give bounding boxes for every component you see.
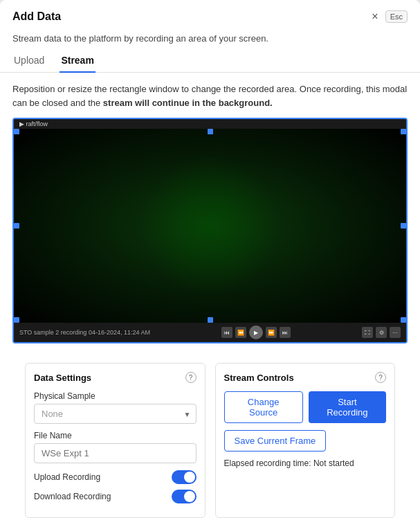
physical-sample-label: Physical Sample — [34, 391, 197, 401]
modal-body: Reposition or resize the rectangle windo… — [0, 73, 420, 518]
more-icon[interactable]: ⋯ — [390, 327, 401, 338]
description-text: Reposition or resize the rectangle windo… — [12, 82, 408, 109]
video-title-text: ▶ raft/flow — [19, 120, 48, 127]
video-timestamp-label: STO sample 2 recording 04-16-2024, 11:24… — [19, 329, 150, 336]
handle-mid-left[interactable] — [14, 223, 19, 229]
handle-bottom-right[interactable] — [401, 317, 406, 323]
add-data-modal: Add Data × Esc Stream data to the platfo… — [0, 0, 420, 518]
stream-controls-panel: Stream Controls ? Change Source Start Re… — [215, 363, 396, 518]
elapsed-recording-text: Elapsed recording time: Not started — [224, 458, 387, 468]
settings-icon[interactable]: ⚙ — [376, 327, 387, 338]
video-frame — [14, 129, 406, 323]
modal-subtitle: Stream data to the platform by recording… — [0, 30, 420, 51]
video-control-icons: ⏮ ⏪ ▶ ⏩ ⏭ — [154, 325, 358, 339]
video-controls-bar: STO sample 2 recording 04-16-2024, 11:24… — [14, 323, 406, 342]
esc-badge: Esc — [385, 10, 408, 23]
prev-icon[interactable]: ⏮ — [221, 327, 232, 338]
file-name-label: File Name — [34, 431, 197, 440]
stream-controls-header: Stream Controls ? — [224, 372, 387, 383]
description-bold: stream will continue in the background. — [103, 98, 273, 108]
physical-sample-select[interactable]: None — [34, 404, 197, 424]
forward-icon[interactable]: ⏩ — [266, 327, 277, 338]
file-name-input[interactable] — [34, 443, 197, 463]
handle-top-left[interactable] — [14, 129, 19, 134]
header-controls: × Esc — [369, 10, 408, 24]
handle-top-right[interactable] — [401, 129, 406, 134]
elapsed-value: Not started — [313, 458, 354, 468]
download-recording-toggle[interactable] — [172, 490, 197, 503]
video-glow — [141, 157, 280, 295]
video-container: ▶ raft/flow STO sample 2 recording 04-16… — [12, 118, 408, 343]
data-settings-header: Data Settings ? — [34, 372, 197, 383]
video-title-bar: ▶ raft/flow — [14, 119, 406, 129]
ctrl-right-icons: ⛶ ⚙ ⋯ — [362, 327, 401, 338]
next-icon[interactable]: ⏭ — [280, 327, 291, 338]
tab-stream[interactable]: Stream — [60, 51, 95, 73]
elapsed-label: Elapsed recording time: — [224, 458, 313, 468]
handle-bottom-mid[interactable] — [208, 317, 213, 323]
download-recording-label: Download Recording — [34, 492, 111, 501]
modal-header: Add Data × Esc — [0, 0, 420, 30]
start-recording-button[interactable]: Start Recording — [309, 391, 386, 423]
bottom-section: Data Settings ? Physical Sample None ▼ F… — [12, 353, 408, 518]
upload-recording-label: Upload Recording — [34, 472, 100, 482]
download-recording-row: Download Recording — [34, 490, 197, 503]
stream-controls-help-icon[interactable]: ? — [375, 372, 386, 383]
handle-mid-right[interactable] — [401, 223, 406, 229]
data-settings-help-icon[interactable]: ? — [185, 372, 197, 383]
upload-recording-toggle[interactable] — [172, 470, 197, 484]
rewind-icon[interactable]: ⏪ — [235, 327, 246, 338]
data-settings-panel: Data Settings ? Physical Sample None ▼ F… — [25, 363, 206, 518]
data-settings-title: Data Settings — [34, 373, 91, 383]
handle-top-mid[interactable] — [208, 129, 213, 134]
modal-title: Add Data — [12, 10, 61, 23]
change-source-button[interactable]: Change Source — [224, 391, 303, 423]
close-button[interactable]: × — [369, 10, 381, 24]
upload-recording-row: Upload Recording — [34, 470, 197, 484]
play-icon[interactable]: ▶ — [249, 325, 263, 339]
physical-sample-wrapper: None ▼ — [34, 404, 197, 424]
tab-upload[interactable]: Upload — [12, 51, 46, 73]
tabs: Upload Stream — [0, 51, 420, 73]
stream-controls-title: Stream Controls — [224, 373, 294, 383]
save-current-frame-button[interactable]: Save Current Frame — [224, 430, 327, 452]
fullscreen-icon[interactable]: ⛶ — [362, 327, 373, 338]
handle-bottom-left[interactable] — [14, 317, 19, 323]
recording-buttons-row: Change Source Start Recording — [224, 391, 387, 423]
